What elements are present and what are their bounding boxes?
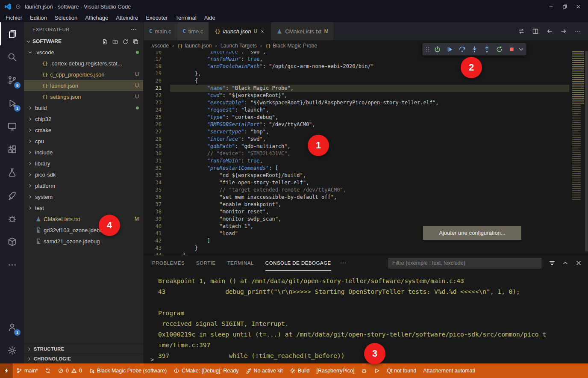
- pause-button[interactable]: [444, 44, 456, 55]
- tab-launch-json[interactable]: {}launch.jsonU: [209, 22, 271, 40]
- status-debug[interactable]: [358, 363, 370, 378]
- dropdown-button[interactable]: [518, 44, 524, 55]
- activity-run-and-debug[interactable]: 1: [0, 92, 24, 115]
- code-line[interactable]: 22 "cwd": "${workspaceRoot}",: [144, 92, 569, 99]
- close-tab-icon[interactable]: [260, 29, 265, 34]
- status-sync[interactable]: [41, 363, 54, 378]
- stop-button[interactable]: [506, 44, 517, 55]
- restart-button[interactable]: [493, 44, 505, 55]
- code-line[interactable]: 38 "monitor reset",: [144, 208, 569, 216]
- activity-remote-explorer[interactable]: [0, 115, 24, 138]
- status-qt-status[interactable]: Qt not found: [383, 363, 420, 378]
- status-auto-attach[interactable]: Attachement automati: [420, 363, 479, 378]
- menu-aide[interactable]: Aide: [200, 13, 219, 22]
- new-file-icon[interactable]: [102, 38, 108, 45]
- tree-item-pico-sdk[interactable]: pico-sdk: [24, 169, 143, 180]
- status-launch[interactable]: [370, 363, 383, 378]
- activity-source-control[interactable]: 9: [0, 68, 24, 92]
- close-panel-icon[interactable]: [575, 260, 582, 266]
- status-active-kit[interactable]: No active kit: [242, 363, 286, 378]
- status-git-branch[interactable]: main*: [13, 363, 41, 378]
- tab-cmakelists-txt[interactable]: CMakeLists.txtM: [271, 22, 334, 40]
- step-out-button[interactable]: [481, 44, 493, 55]
- code-line[interactable]: 32 "preRestartCommands": [: [144, 165, 569, 172]
- menu-affichage[interactable]: Affichage: [81, 13, 112, 22]
- filter-input[interactable]: [388, 258, 541, 269]
- breadcrumb-item-vscode[interactable]: .vscode: [150, 43, 169, 49]
- tree-item-platform[interactable]: platform: [24, 180, 143, 191]
- tree-item-chip32[interactable]: chip32: [24, 113, 143, 124]
- panel-tab-console-de-d-bogage[interactable]: CONSOLE DE DÉBOGAGE: [265, 255, 331, 271]
- code-line[interactable]: 17 "runToMain": true,: [144, 56, 569, 63]
- activity-testing[interactable]: [0, 161, 24, 184]
- section-structure[interactable]: STRUCTURE: [24, 344, 143, 354]
- navigate-forward-icon[interactable]: [560, 28, 567, 35]
- tree-item-cmake[interactable]: cmake: [24, 124, 143, 136]
- drag-handle-button[interactable]: [424, 44, 431, 55]
- code-line[interactable]: 26 "BMPGDBSerialPort": "/dev/ttyACM0",: [144, 121, 569, 128]
- maximize-panel-icon[interactable]: [562, 260, 569, 266]
- code-line[interactable]: 34 "file open-story-teller.elf",: [144, 179, 569, 186]
- status-problems[interactable]: 00: [54, 363, 85, 378]
- tree-item-library[interactable]: library: [24, 158, 143, 169]
- tab-time-c[interactable]: Ctime.c: [177, 22, 209, 40]
- code-line[interactable]: 30 // "device": "STM32L431VC",: [144, 150, 569, 157]
- split-editor-icon[interactable]: [532, 28, 539, 35]
- status-debug-target[interactable]: Black Magic Probe (software): [85, 363, 170, 378]
- menu-edition[interactable]: Edition: [26, 13, 51, 22]
- menu-terminal[interactable]: Terminal: [172, 13, 200, 22]
- activity-packages[interactable]: [0, 230, 24, 253]
- menu-s-lection[interactable]: Sélection: [51, 13, 81, 22]
- activity-explorer[interactable]: [0, 22, 24, 45]
- section-chronologie[interactable]: CHRONOLOGIE: [24, 354, 143, 363]
- menu-fichier[interactable]: Fichier: [2, 13, 26, 22]
- collapse-all-icon[interactable]: [132, 38, 139, 45]
- code-line[interactable]: 36 "set mem inaccessible-by-default off"…: [144, 194, 569, 201]
- status-variant[interactable]: [RaspberryPico]: [313, 363, 358, 378]
- tree-item-build[interactable]: build: [24, 102, 143, 113]
- tree-item-settings-json[interactable]: {}settings.jsonU: [24, 91, 143, 102]
- code-line[interactable]: 43 }: [144, 245, 569, 252]
- panel-tab-terminal[interactable]: TERMINAL: [227, 255, 254, 271]
- minimap[interactable]: [572, 51, 584, 205]
- step-over-button[interactable]: [456, 44, 468, 55]
- tree-item-include[interactable]: include: [24, 147, 143, 158]
- step-into-button[interactable]: [468, 44, 480, 55]
- activity-accounts[interactable]: 1: [0, 316, 24, 339]
- code-line[interactable]: 27 "servertype": "bmp",: [144, 128, 569, 136]
- toggle-changes-icon[interactable]: [518, 28, 525, 35]
- code-line[interactable]: 33 "cd ${workspaceRoot}/build",: [144, 172, 569, 179]
- tree-item-c-cpp-properties-json[interactable]: {}c_cpp_properties.jsonU: [24, 69, 143, 80]
- vertical-scrollbar[interactable]: [585, 51, 588, 251]
- panel-tab-probl-mes[interactable]: PROBLÈMES: [152, 255, 185, 271]
- tree-item-vscode[interactable]: .vscode: [24, 47, 143, 58]
- tree-item-system[interactable]: system: [24, 191, 143, 202]
- menu-ex-cuter[interactable]: Exécuter: [142, 13, 171, 22]
- console-prompt[interactable]: >: [150, 356, 154, 363]
- activity-debug-adapter[interactable]: [0, 207, 24, 230]
- filter-icon[interactable]: [549, 260, 556, 266]
- tree-item-cmakelists-txt[interactable]: CMakeLists.txtM: [24, 213, 143, 224]
- status-remote-indicator[interactable]: [0, 363, 13, 378]
- breadcrumb-item-black-magic-probe[interactable]: {}Black Magic Probe: [265, 43, 317, 49]
- tree-item-cpu[interactable]: cpu: [24, 136, 143, 147]
- close-button[interactable]: [573, 1, 584, 12]
- tree-item-launch-json[interactable]: {}launch.jsonU: [24, 80, 143, 91]
- activity-more-views[interactable]: [0, 253, 24, 276]
- code-line[interactable]: 20 {: [144, 77, 569, 85]
- tree-item-test[interactable]: test: [24, 202, 143, 213]
- maximize-button[interactable]: [559, 1, 570, 12]
- panel-tab-sortie[interactable]: SORTIE: [196, 255, 216, 271]
- activity-search[interactable]: [0, 45, 24, 68]
- code-line[interactable]: 23 "executable": "${workspaceRoot}/build…: [144, 99, 569, 106]
- more-actions-icon[interactable]: [130, 26, 137, 33]
- code-line[interactable]: 37 "enable breakpoint",: [144, 201, 569, 208]
- more-actions-icon[interactable]: [574, 28, 581, 35]
- code-line[interactable]: 44 ]: [144, 252, 569, 255]
- refresh-icon[interactable]: [122, 38, 129, 45]
- code-line[interactable]: 18 "armToolchainPath": "/opt/gcc-arm-non…: [144, 63, 569, 70]
- activity-settings[interactable]: [0, 339, 24, 362]
- activity-extensions[interactable]: [0, 138, 24, 161]
- code-line[interactable]: 24 "request": "launch",: [144, 106, 569, 114]
- section-software[interactable]: SOFTWARE: [24, 36, 143, 47]
